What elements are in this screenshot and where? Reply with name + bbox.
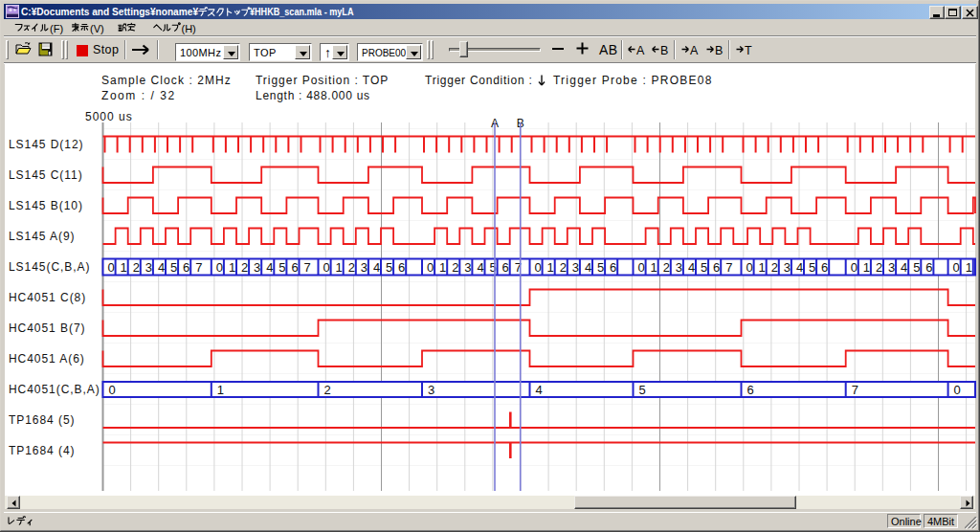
svg-text:Trigger Probe : PROBE08: Trigger Probe : PROBE08 (553, 74, 713, 87)
svg-text:4: 4 (373, 260, 380, 275)
svg-text:7: 7 (852, 383, 858, 397)
svg-text:4: 4 (536, 383, 543, 397)
svg-text:Trigger Condition :: Trigger Condition : (425, 74, 533, 87)
svg-text:0: 0 (954, 383, 961, 397)
svg-text:1: 1 (217, 383, 224, 397)
svg-text:2: 2 (560, 260, 567, 275)
svg-text:6: 6 (925, 260, 932, 275)
svg-text:4: 4 (688, 260, 695, 275)
svg-text:(F): (F) (50, 23, 63, 34)
svg-text:6: 6 (821, 260, 828, 275)
svg-text:4: 4 (158, 260, 165, 275)
svg-text:LS145 B(10): LS145 B(10) (9, 199, 83, 212)
svg-text:2: 2 (241, 260, 248, 275)
svg-text:5: 5 (809, 260, 815, 275)
svg-text:1: 1 (121, 260, 127, 275)
svg-text:1: 1 (651, 260, 657, 275)
svg-text:4: 4 (585, 260, 591, 275)
svg-text:3: 3 (254, 260, 260, 275)
svg-text:1: 1 (547, 260, 554, 275)
svg-text:0: 0 (638, 260, 645, 275)
svg-text:Sample Clock : 2MHz: Sample Clock : 2MHz (101, 74, 232, 87)
svg-text:TP1684 (5): TP1684 (5) (9, 413, 76, 427)
svg-text:4: 4 (796, 260, 803, 275)
svg-text:B: B (660, 44, 668, 57)
svg-text:3: 3 (145, 260, 152, 275)
svg-text:3: 3 (784, 260, 791, 275)
svg-text:1: 1 (966, 260, 972, 275)
svg-text:4: 4 (266, 260, 273, 275)
svg-text:0: 0 (535, 260, 542, 275)
svg-text:0: 0 (216, 260, 223, 275)
svg-text:A: A (690, 44, 699, 57)
svg-text:LS145 D(12): LS145 D(12) (9, 138, 84, 151)
svg-text:B: B (715, 44, 723, 57)
svg-text:3: 3 (676, 260, 682, 275)
svg-text:1: 1 (439, 260, 446, 275)
svg-text:3: 3 (428, 383, 434, 397)
svg-text:3: 3 (888, 260, 895, 275)
svg-text:2: 2 (348, 260, 355, 275)
svg-text:A: A (636, 44, 645, 57)
svg-text:4: 4 (901, 260, 907, 275)
svg-text:2: 2 (771, 260, 778, 275)
svg-text:5000 us: 5000 us (85, 110, 133, 123)
svg-text:6: 6 (398, 260, 405, 275)
svg-text:3: 3 (572, 260, 579, 275)
svg-text:LS145 C(11): LS145 C(11) (9, 168, 83, 182)
svg-text:0: 0 (109, 383, 116, 397)
svg-text:LS145 A(9): LS145 A(9) (9, 230, 76, 243)
svg-text:1: 1 (863, 260, 870, 275)
svg-text:6: 6 (610, 260, 616, 275)
svg-text:2: 2 (663, 260, 670, 275)
svg-text:1: 1 (759, 260, 766, 275)
svg-text:T: T (745, 44, 752, 57)
svg-text:6: 6 (747, 383, 754, 397)
svg-text:6: 6 (183, 260, 189, 275)
svg-text:2: 2 (133, 260, 140, 275)
svg-text:2: 2 (324, 383, 331, 397)
svg-text:5: 5 (639, 383, 646, 397)
svg-text:6: 6 (713, 260, 720, 275)
svg-text:5: 5 (278, 260, 285, 275)
svg-text:2: 2 (876, 260, 882, 275)
svg-text:HC4051 B(7): HC4051 B(7) (9, 321, 85, 335)
svg-text:HC4051(C,B,A): HC4051(C,B,A) (9, 383, 100, 396)
svg-text:3: 3 (464, 260, 471, 275)
svg-text:Zoom : / 32: Zoom : / 32 (101, 89, 176, 102)
svg-text:5: 5 (597, 260, 604, 275)
svg-text:4: 4 (477, 260, 483, 275)
svg-text:Trigger Position : TOP: Trigger Position : TOP (256, 74, 389, 87)
svg-text:5: 5 (701, 260, 707, 275)
svg-text:0: 0 (746, 260, 753, 275)
svg-text:3: 3 (361, 260, 368, 275)
svg-text:0: 0 (953, 260, 960, 275)
svg-text:LS145(C,B,A): LS145(C,B,A) (9, 260, 90, 274)
svg-text:(H): (H) (182, 23, 196, 34)
svg-text:0: 0 (427, 260, 434, 275)
svg-text:1: 1 (229, 260, 235, 275)
svg-text:HC4051 C(8): HC4051 C(8) (9, 291, 86, 304)
svg-text:7: 7 (304, 260, 311, 275)
svg-text:1: 1 (336, 260, 343, 275)
svg-text:5: 5 (913, 260, 920, 275)
svg-text:HC4051 A(6): HC4051 A(6) (9, 352, 85, 366)
svg-text:7: 7 (725, 260, 732, 275)
svg-text:0: 0 (108, 260, 115, 275)
svg-text:0: 0 (851, 260, 858, 275)
svg-text:Length : 488.000 us: Length : 488.000 us (256, 89, 370, 102)
svg-text:0: 0 (323, 260, 330, 275)
svg-text:6: 6 (291, 260, 298, 275)
svg-text:(V): (V) (90, 23, 104, 34)
svg-text:5: 5 (170, 260, 177, 275)
svg-text:6: 6 (502, 260, 509, 275)
svg-text:7: 7 (195, 260, 202, 275)
svg-text:5: 5 (386, 260, 392, 275)
svg-text:TP1684 (4): TP1684 (4) (9, 444, 76, 457)
svg-text:2: 2 (452, 260, 458, 275)
